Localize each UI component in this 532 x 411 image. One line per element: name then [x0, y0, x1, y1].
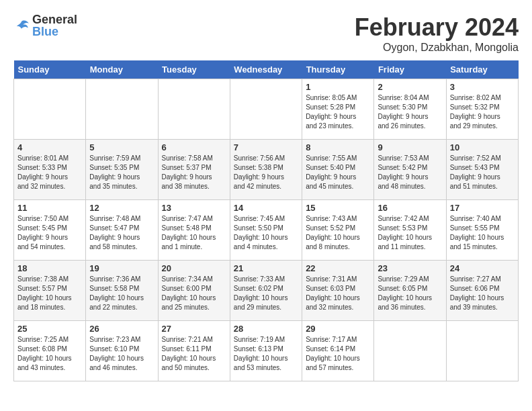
calendar-cell [374, 321, 446, 381]
calendar-cell: 10Sunrise: 7:52 AM Sunset: 5:43 PM Dayli… [446, 140, 518, 200]
week-row-3: 11Sunrise: 7:50 AM Sunset: 5:45 PM Dayli… [14, 200, 519, 261]
calendar-cell [230, 79, 302, 140]
calendar-cell: 15Sunrise: 7:43 AM Sunset: 5:52 PM Dayli… [302, 200, 374, 261]
day-info: Sunrise: 7:19 AM Sunset: 6:13 PM Dayligh… [234, 335, 298, 373]
week-row-1: 1Sunrise: 8:05 AM Sunset: 5:28 PM Daylig… [14, 79, 519, 140]
day-info: Sunrise: 8:02 AM Sunset: 5:32 PM Dayligh… [450, 93, 515, 131]
day-number: 29 [306, 324, 370, 334]
title-section: February 2024 Oygon, Dzabkhan, Mongolia [355, 13, 519, 54]
day-number: 16 [378, 203, 442, 213]
calendar-cell: 18Sunrise: 7:38 AM Sunset: 5:57 PM Dayli… [14, 261, 86, 321]
day-number: 11 [17, 203, 82, 213]
day-number: 13 [162, 203, 226, 213]
day-number: 17 [450, 203, 515, 213]
day-info: Sunrise: 7:21 AM Sunset: 6:11 PM Dayligh… [162, 335, 226, 373]
day-number: 3 [450, 82, 515, 92]
day-number: 12 [89, 203, 154, 213]
day-info: Sunrise: 7:45 AM Sunset: 5:50 PM Dayligh… [234, 214, 298, 252]
calendar-cell: 1Sunrise: 8:05 AM Sunset: 5:28 PM Daylig… [302, 79, 374, 140]
day-number: 22 [306, 263, 370, 273]
calendar-cell: 22Sunrise: 7:31 AM Sunset: 6:03 PM Dayli… [302, 261, 374, 321]
calendar-cell: 7Sunrise: 7:56 AM Sunset: 5:38 PM Daylig… [230, 140, 302, 200]
day-number: 24 [450, 263, 515, 273]
day-number: 7 [234, 142, 298, 152]
day-info: Sunrise: 7:38 AM Sunset: 5:57 PM Dayligh… [17, 275, 82, 312]
location: Oygon, Dzabkhan, Mongolia [355, 42, 519, 54]
calendar-table: SundayMondayTuesdayWednesdayThursdayFrid… [13, 60, 519, 381]
calendar-cell: 16Sunrise: 7:42 AM Sunset: 5:53 PM Dayli… [374, 200, 446, 261]
day-number: 10 [450, 142, 515, 152]
day-number: 21 [234, 263, 298, 273]
calendar-cell: 8Sunrise: 7:55 AM Sunset: 5:40 PM Daylig… [302, 140, 374, 200]
day-info: Sunrise: 7:42 AM Sunset: 5:53 PM Dayligh… [378, 214, 442, 252]
header-sunday: Sunday [14, 60, 86, 79]
header-saturday: Saturday [446, 60, 518, 79]
week-row-2: 4Sunrise: 8:01 AM Sunset: 5:33 PM Daylig… [14, 140, 519, 200]
day-info: Sunrise: 7:48 AM Sunset: 5:47 PM Dayligh… [89, 214, 154, 252]
day-info: Sunrise: 7:56 AM Sunset: 5:38 PM Dayligh… [234, 154, 298, 191]
day-info: Sunrise: 7:17 AM Sunset: 6:14 PM Dayligh… [306, 335, 370, 373]
calendar-cell: 25Sunrise: 7:25 AM Sunset: 6:08 PM Dayli… [14, 321, 86, 381]
day-info: Sunrise: 7:43 AM Sunset: 5:52 PM Dayligh… [306, 214, 370, 252]
day-info: Sunrise: 7:53 AM Sunset: 5:42 PM Dayligh… [378, 154, 442, 191]
day-number: 27 [162, 324, 226, 334]
day-number: 23 [378, 263, 442, 273]
month-title: February 2024 [355, 13, 519, 42]
day-number: 5 [89, 142, 154, 152]
day-info: Sunrise: 8:05 AM Sunset: 5:28 PM Dayligh… [306, 93, 370, 131]
day-number: 18 [17, 263, 82, 273]
header-friday: Friday [374, 60, 446, 79]
calendar-cell: 9Sunrise: 7:53 AM Sunset: 5:42 PM Daylig… [374, 140, 446, 200]
calendar-cell: 24Sunrise: 7:27 AM Sunset: 6:06 PM Dayli… [446, 261, 518, 321]
calendar-cell: 3Sunrise: 8:02 AM Sunset: 5:32 PM Daylig… [446, 79, 518, 140]
day-info: Sunrise: 7:59 AM Sunset: 5:35 PM Dayligh… [89, 154, 154, 191]
page-header: General Blue February 2024 Oygon, Dzabkh… [13, 13, 519, 54]
day-number: 1 [306, 82, 370, 92]
day-number: 19 [89, 263, 154, 273]
day-info: Sunrise: 7:40 AM Sunset: 5:55 PM Dayligh… [450, 214, 515, 252]
day-number: 6 [162, 142, 226, 152]
day-info: Sunrise: 7:52 AM Sunset: 5:43 PM Dayligh… [450, 154, 515, 191]
calendar-cell: 2Sunrise: 8:04 AM Sunset: 5:30 PM Daylig… [374, 79, 446, 140]
calendar-cell: 19Sunrise: 7:36 AM Sunset: 5:58 PM Dayli… [86, 261, 158, 321]
calendar-cell: 23Sunrise: 7:29 AM Sunset: 6:05 PM Dayli… [374, 261, 446, 321]
week-row-5: 25Sunrise: 7:25 AM Sunset: 6:08 PM Dayli… [14, 321, 519, 381]
calendar-cell [446, 321, 518, 381]
day-number: 28 [234, 324, 298, 334]
header-monday: Monday [86, 60, 158, 79]
day-info: Sunrise: 7:47 AM Sunset: 5:48 PM Dayligh… [162, 214, 226, 252]
header-tuesday: Tuesday [158, 60, 230, 79]
day-info: Sunrise: 7:50 AM Sunset: 5:45 PM Dayligh… [17, 214, 82, 252]
day-info: Sunrise: 7:58 AM Sunset: 5:37 PM Dayligh… [162, 154, 226, 191]
day-number: 4 [17, 142, 82, 152]
day-info: Sunrise: 7:33 AM Sunset: 6:02 PM Dayligh… [234, 275, 298, 312]
calendar-cell [14, 79, 86, 140]
logo-text: General Blue [32, 13, 77, 38]
week-row-4: 18Sunrise: 7:38 AM Sunset: 5:57 PM Dayli… [14, 261, 519, 321]
day-number: 8 [306, 142, 370, 152]
day-info: Sunrise: 8:04 AM Sunset: 5:30 PM Dayligh… [378, 93, 442, 131]
calendar-cell: 17Sunrise: 7:40 AM Sunset: 5:55 PM Dayli… [446, 200, 518, 261]
calendar-cell: 28Sunrise: 7:19 AM Sunset: 6:13 PM Dayli… [230, 321, 302, 381]
header-thursday: Thursday [302, 60, 374, 79]
day-info: Sunrise: 8:01 AM Sunset: 5:33 PM Dayligh… [17, 154, 82, 191]
day-number: 9 [378, 142, 442, 152]
logo-general: General [32, 13, 77, 26]
day-info: Sunrise: 7:31 AM Sunset: 6:03 PM Dayligh… [306, 275, 370, 312]
calendar-cell: 5Sunrise: 7:59 AM Sunset: 5:35 PM Daylig… [86, 140, 158, 200]
day-info: Sunrise: 7:55 AM Sunset: 5:40 PM Dayligh… [306, 154, 370, 191]
day-number: 2 [378, 82, 442, 92]
header-wednesday: Wednesday [230, 60, 302, 79]
day-info: Sunrise: 7:23 AM Sunset: 6:10 PM Dayligh… [89, 335, 154, 373]
day-info: Sunrise: 7:27 AM Sunset: 6:06 PM Dayligh… [450, 275, 515, 312]
day-number: 15 [306, 203, 370, 213]
day-number: 25 [17, 324, 82, 334]
calendar-cell: 13Sunrise: 7:47 AM Sunset: 5:48 PM Dayli… [158, 200, 230, 261]
calendar-cell: 29Sunrise: 7:17 AM Sunset: 6:14 PM Dayli… [302, 321, 374, 381]
day-info: Sunrise: 7:34 AM Sunset: 6:00 PM Dayligh… [162, 275, 226, 312]
day-info: Sunrise: 7:25 AM Sunset: 6:08 PM Dayligh… [17, 335, 82, 373]
calendar-header-row: SundayMondayTuesdayWednesdayThursdayFrid… [14, 60, 519, 79]
calendar-cell: 6Sunrise: 7:58 AM Sunset: 5:37 PM Daylig… [158, 140, 230, 200]
calendar-cell: 20Sunrise: 7:34 AM Sunset: 6:00 PM Dayli… [158, 261, 230, 321]
day-info: Sunrise: 7:29 AM Sunset: 6:05 PM Dayligh… [378, 275, 442, 312]
